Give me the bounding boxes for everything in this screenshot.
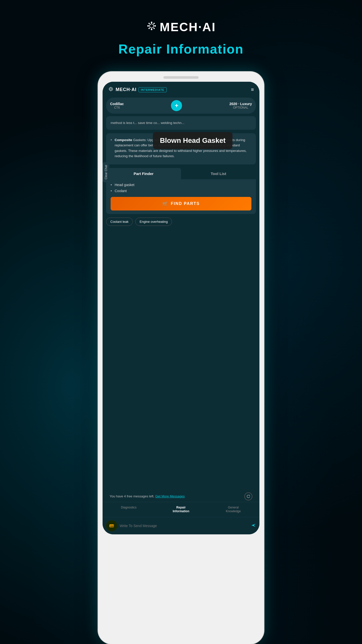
parts-list: Head gasket Coolant: [111, 183, 251, 193]
refresh-button[interactable]: [244, 492, 252, 500]
nav-general-knowledge[interactable]: GeneralKnowledge: [207, 502, 259, 517]
chip-engine-overheating[interactable]: Engine overheating: [135, 218, 172, 226]
vehicle-trim: OPTIONAL: [230, 106, 252, 109]
bottom-nav: Diagnostics RepairInformation GeneralKno…: [103, 502, 259, 517]
free-messages-row: You have 4 free messages left. Get More …: [103, 491, 259, 502]
hamburger-menu-icon[interactable]: ≡: [251, 87, 254, 93]
phone: MECH·AI INTERMEDIATE ≡ Codillac CT6 + 20…: [98, 72, 264, 644]
obd-icon: OBD: [106, 520, 117, 531]
message-text-partial: method is less t... save time co... weld…: [111, 121, 184, 125]
svg-line-32: [110, 90, 110, 90]
tab-tool-list[interactable]: Tool List: [181, 168, 256, 179]
add-vehicle-button[interactable]: +: [171, 100, 182, 111]
chat-area: method is less t... save time co... weld…: [103, 116, 259, 491]
nav-diagnostics[interactable]: Diagnostics: [103, 502, 155, 517]
nav-repair-information[interactable]: RepairInformation: [155, 502, 207, 517]
app-logo: MECH·AI: [146, 20, 216, 34]
phone-notch: [163, 76, 199, 79]
nav-general-label: GeneralKnowledge: [209, 506, 258, 513]
phone-wrapper: MECH·AI INTERMEDIATE ≡ Codillac CT6 + 20…: [0, 72, 362, 644]
message-input[interactable]: [120, 524, 248, 528]
svg-line-31: [112, 88, 112, 88]
part-item-head-gasket: Head gasket: [111, 183, 251, 187]
topbar-logo-text: MECH·AI: [116, 87, 137, 92]
topbar-logo: MECH·AI INTERMEDIATE: [108, 86, 167, 93]
vehicle-model: CT6: [110, 106, 124, 109]
app-header: MECH·AI Repair Information: [118, 20, 244, 57]
vehicle-name: Codillac: [110, 102, 124, 106]
svg-line-33: [112, 90, 112, 90]
part-finder-card: Part Finder Tool List Head gasket Coolan…: [106, 168, 256, 214]
gaskets-label: Gaskets:: [133, 138, 147, 142]
vehicle-year: 2020 · Luxury: [230, 102, 252, 106]
vehicle-year-info: 2020 · Luxury OPTIONAL: [230, 102, 252, 109]
part-finder-content: Head gasket Coolant 🛒 FIND PARTS: [106, 179, 256, 214]
page-title: Repair Information: [118, 41, 244, 57]
free-messages-text: You have 4 free messages left.: [110, 494, 154, 498]
phone-screen: MECH·AI INTERMEDIATE ≡ Codillac CT6 + 20…: [103, 82, 259, 534]
nav-repair-label: RepairInformation: [156, 506, 206, 513]
message-bubble-partial: method is less t... save time co... weld…: [106, 116, 256, 130]
app-logo-text: MECH·AI: [160, 20, 216, 34]
message-input-bar: OBD: [103, 517, 259, 534]
app-topbar: MECH·AI INTERMEDIATE ≡: [103, 82, 259, 98]
free-messages-bar: You have 4 free messages left. Get More …: [106, 492, 188, 500]
svg-line-30: [110, 88, 110, 88]
topbar-logo-icon: [108, 86, 114, 93]
find-parts-button[interactable]: 🛒 FIND PARTS: [111, 197, 251, 210]
clear-chat-tab[interactable]: Clear Chat: [103, 162, 109, 182]
part-item-coolant: Coolant: [111, 189, 251, 193]
nav-diagnostics-label: Diagnostics: [104, 506, 153, 510]
svg-text:OBD: OBD: [110, 525, 114, 527]
svg-point-0: [150, 24, 154, 28]
find-parts-label: FIND PARTS: [171, 201, 200, 206]
quick-chips: Coolant leak Engine overheating: [106, 218, 256, 228]
tab-part-finder[interactable]: Part Finder: [106, 168, 181, 179]
vehicle-info: Codillac CT6: [110, 102, 124, 109]
blown-head-gasket-tooltip: Blown Head Gasket: [153, 132, 233, 149]
send-button[interactable]: [251, 523, 256, 529]
vehicle-selector[interactable]: Codillac CT6 + 2020 · Luxury OPTIONAL: [106, 98, 256, 114]
svg-point-17: [110, 88, 112, 90]
plus-icon: +: [175, 103, 178, 109]
part-finder-tabs: Part Finder Tool List: [106, 168, 256, 179]
cart-icon: 🛒: [162, 201, 168, 206]
get-more-messages-link[interactable]: Get More Messages: [155, 494, 185, 498]
logo-icon: [146, 20, 157, 34]
chip-coolant-leak[interactable]: Coolant leak: [106, 218, 133, 226]
composite-label: Composite: [115, 138, 132, 142]
topbar-badge: INTERMEDIATE: [139, 87, 167, 92]
